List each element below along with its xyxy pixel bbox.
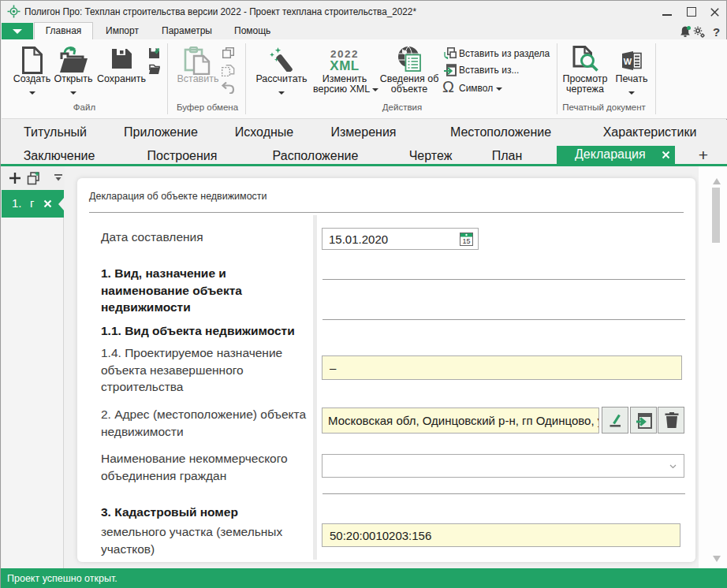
svg-text:15: 15 — [462, 237, 470, 245]
svg-text:W: W — [623, 57, 632, 66]
